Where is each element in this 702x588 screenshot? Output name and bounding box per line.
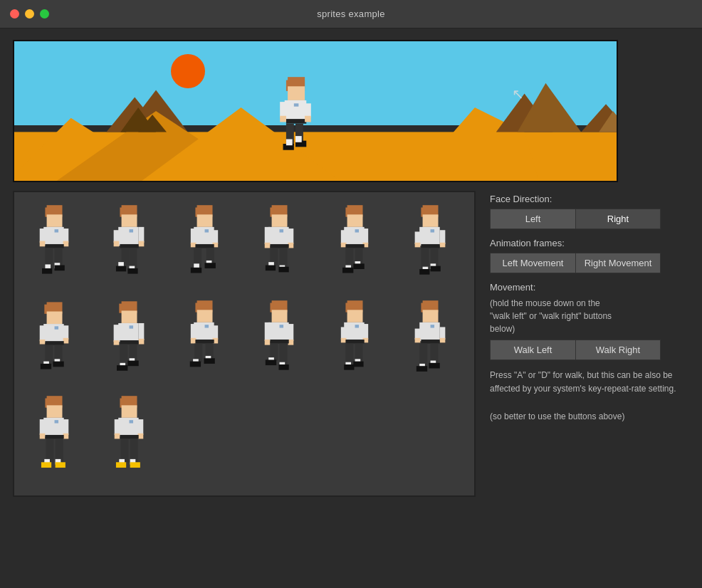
sprite-frame-1 [20, 198, 88, 290]
svg-rect-215 [421, 339, 439, 342]
svg-rect-48 [122, 214, 137, 227]
svg-rect-109 [354, 263, 365, 269]
svg-rect-212 [414, 337, 420, 342]
svg-rect-32 [46, 214, 62, 227]
svg-rect-246 [138, 433, 144, 439]
svg-rect-100 [341, 242, 347, 247]
svg-rect-54 [139, 241, 145, 246]
svg-rect-229 [63, 419, 68, 435]
svg-rect-192 [347, 310, 363, 322]
svg-rect-182 [288, 339, 294, 345]
svg-rect-112 [422, 214, 438, 227]
right-direction-button[interactable]: Right [575, 209, 661, 229]
svg-rect-67 [191, 229, 197, 244]
sprite-frame-12 [396, 293, 463, 386]
sprite-frame-8 [95, 293, 163, 386]
svg-rect-221 [429, 362, 439, 368]
svg-rect-155 [117, 365, 127, 371]
svg-rect-151 [120, 340, 139, 344]
sprite-frame-10 [246, 293, 313, 386]
sprite-frame-3 [170, 198, 238, 290]
sprite-frame-14 [95, 389, 163, 481]
svg-rect-87 [271, 243, 289, 247]
svg-rect-187 [266, 359, 276, 365]
svg-rect-107 [342, 267, 353, 273]
svg-rect-33 [43, 226, 63, 245]
svg-rect-195 [341, 327, 347, 340]
svg-rect-144 [122, 310, 137, 323]
svg-rect-231 [45, 434, 63, 438]
svg-rect-99 [341, 230, 347, 244]
svg-rect-203 [344, 364, 354, 370]
svg-rect-134 [63, 337, 68, 343]
svg-rect-181 [288, 324, 294, 341]
svg-rect-214 [440, 337, 446, 342]
svg-rect-80 [272, 214, 288, 227]
svg-rect-23 [305, 116, 311, 122]
svg-rect-177 [269, 322, 289, 340]
svg-rect-85 [288, 229, 294, 244]
svg-rect-97 [344, 226, 364, 245]
svg-rect-132 [39, 339, 45, 344]
svg-rect-226 [54, 420, 58, 423]
svg-rect-17 [285, 100, 307, 120]
svg-rect-178 [280, 325, 283, 327]
svg-rect-193 [344, 322, 364, 340]
animation-frames-group: Animation frames: Left Movement Right Mo… [490, 238, 689, 273]
svg-rect-114 [430, 229, 434, 232]
svg-rect-125 [430, 266, 440, 271]
walk-left-button[interactable]: Walk Left [490, 340, 575, 360]
svg-rect-20 [280, 102, 286, 117]
key-note: Press "A" or "D" for walk, but this can … [490, 369, 689, 424]
maximize-button[interactable] [40, 9, 49, 19]
svg-rect-164 [191, 337, 197, 343]
svg-rect-196 [341, 337, 347, 342]
svg-rect-38 [63, 241, 68, 246]
svg-rect-131 [39, 325, 45, 341]
svg-rect-241 [118, 417, 138, 436]
sprite-frame-6 [396, 198, 463, 290]
right-movement-button[interactable]: Right Movement [575, 253, 661, 273]
sprite-frame-9 [170, 293, 238, 386]
sprite-frame-13 [20, 389, 88, 481]
svg-rect-101 [363, 229, 369, 244]
svg-rect-235 [41, 462, 51, 468]
svg-rect-16 [288, 86, 305, 100]
svg-rect-232 [46, 439, 53, 462]
svg-rect-36 [39, 241, 45, 246]
svg-rect-75 [191, 267, 201, 273]
sprite-frame-7 [20, 293, 88, 386]
svg-rect-152 [120, 344, 128, 366]
svg-rect-65 [194, 226, 214, 245]
svg-rect-208 [422, 310, 438, 322]
svg-rect-233 [55, 439, 63, 462]
svg-rect-50 [130, 229, 133, 232]
sprite-frame-4 [246, 198, 313, 290]
sprite-frame-5 [321, 198, 389, 290]
svg-rect-248 [121, 439, 129, 462]
left-direction-button[interactable]: Left [490, 209, 575, 229]
svg-rect-115 [414, 231, 420, 244]
svg-rect-83 [265, 226, 271, 243]
sprite-frame-11 [321, 293, 389, 386]
svg-rect-139 [40, 363, 51, 369]
titlebar: sprites example [0, 0, 702, 28]
svg-rect-200 [346, 343, 354, 365]
close-button[interactable] [10, 9, 19, 19]
svg-rect-123 [419, 269, 429, 275]
svg-rect-213 [440, 327, 446, 340]
svg-rect-205 [354, 361, 364, 367]
svg-rect-251 [116, 462, 126, 468]
svg-rect-98 [355, 229, 359, 232]
walk-right-button[interactable]: Walk Right [575, 340, 661, 360]
scene-character [271, 75, 313, 154]
face-direction-buttons: Left Right [490, 209, 689, 229]
svg-rect-165 [212, 325, 218, 340]
face-direction-label: Face Direction: [490, 194, 689, 204]
svg-rect-147 [114, 325, 120, 342]
svg-rect-19 [294, 103, 299, 106]
window-controls [10, 9, 49, 19]
svg-rect-116 [414, 242, 420, 247]
minimize-button[interactable] [25, 9, 34, 19]
left-movement-button[interactable]: Left Movement [490, 253, 575, 273]
